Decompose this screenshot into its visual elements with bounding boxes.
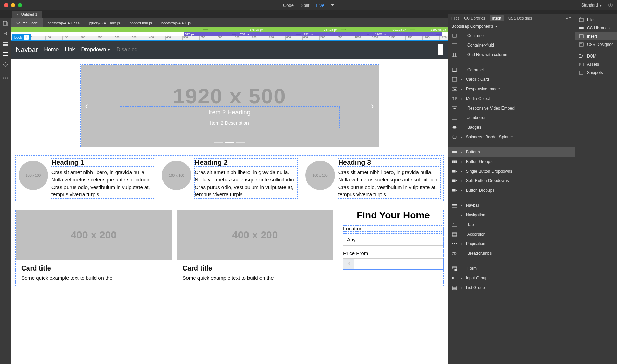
insert-item[interactable]: ▸Button Groups bbox=[448, 157, 575, 166]
source-tab[interactable]: jquery-3.4.1.min.js bbox=[84, 18, 125, 27]
insert-item-label: Input Groups bbox=[466, 276, 489, 280]
rail-icon bbox=[579, 17, 584, 22]
panel-tabs: Files CC Libraries Insert CSS Designer ›… bbox=[448, 14, 575, 22]
right-rail-insert[interactable]: Insert bbox=[575, 32, 617, 40]
component-icon bbox=[451, 178, 458, 184]
insert-item[interactable]: Form bbox=[448, 264, 575, 273]
close-window[interactable] bbox=[4, 3, 8, 7]
svg-point-53 bbox=[454, 243, 455, 244]
insert-item[interactable]: Carousel bbox=[448, 65, 575, 75]
panel-tabs-overflow-icon[interactable]: ›› ≡ bbox=[566, 16, 571, 20]
preview-media-item[interactable]: 100 x 100Heading 3Cras sit amet nibh lib… bbox=[304, 157, 442, 200]
insert-item[interactable]: Breadcrumbs bbox=[448, 249, 575, 258]
insert-item[interactable]: Container bbox=[448, 31, 575, 40]
insert-item[interactable]: Accordion bbox=[448, 229, 575, 239]
carousel-prev-icon[interactable]: ‹ bbox=[85, 101, 88, 111]
panel-tab-insert[interactable]: Insert bbox=[490, 15, 504, 21]
breakpoint-max[interactable]: ›››››575.98 px bbox=[202, 27, 265, 32]
navbar-brand[interactable]: Navbar bbox=[16, 46, 38, 54]
right-rail-files[interactable]: Files bbox=[575, 16, 617, 24]
element-insert-plus-icon[interactable]: + bbox=[24, 35, 29, 40]
insert-item[interactable]: ▸Responsive Image bbox=[448, 84, 575, 94]
price-from-input[interactable] bbox=[354, 258, 443, 269]
insert-item[interactable]: Tab bbox=[448, 220, 575, 229]
nav-link[interactable]: Link bbox=[65, 47, 75, 53]
breakpoint-max[interactable]: ›››››1199.98 px bbox=[408, 27, 448, 32]
location-input[interactable] bbox=[343, 234, 443, 246]
breakpoint-max[interactable]: ›››››767.98 px bbox=[265, 27, 339, 32]
view-code[interactable]: Code bbox=[283, 3, 294, 8]
more-tools-icon[interactable] bbox=[3, 75, 8, 81]
insert-item[interactable]: ▸Single Button Dropdowns bbox=[448, 166, 575, 176]
insert-item[interactable]: ▸Input Groups bbox=[448, 273, 575, 283]
document-tab[interactable]: × Untitled-1 bbox=[12, 11, 42, 18]
source-tab[interactable]: bootstrap-4.4.1.js bbox=[157, 18, 195, 27]
minimize-window[interactable] bbox=[11, 3, 15, 7]
panel-tab-files[interactable]: Files bbox=[451, 16, 459, 20]
live-view-options-icon[interactable] bbox=[3, 51, 8, 57]
main-area: Source Codebootstrap-4.4.1.cssjquery-3.4… bbox=[11, 18, 448, 364]
navbar-search-toggle[interactable] bbox=[438, 44, 443, 55]
insert-item[interactable]: ▸Spinners : Border Spinner bbox=[448, 132, 575, 142]
component-icon bbox=[451, 77, 458, 82]
insert-item[interactable]: Jumbotron bbox=[448, 113, 575, 123]
svg-rect-51 bbox=[452, 235, 457, 236]
nav-home[interactable]: Home bbox=[44, 47, 59, 53]
panel-tab-cssdesigner[interactable]: CSS Designer bbox=[508, 16, 532, 20]
insert-item[interactable]: ▸Navbar bbox=[448, 201, 575, 210]
workspace-label: Standard bbox=[581, 3, 598, 8]
carousel-next-icon[interactable]: › bbox=[371, 101, 374, 111]
insert-item[interactable]: Responsive Video Embed bbox=[448, 103, 575, 113]
insert-item[interactable]: ▸Pagination bbox=[448, 239, 575, 249]
insert-item[interactable]: ▸List Group bbox=[448, 283, 575, 292]
insert-item[interactable]: ▸Media Object bbox=[448, 94, 575, 103]
insert-category[interactable]: Bootstrap Components bbox=[448, 22, 575, 31]
workspace-selector[interactable]: Standard bbox=[581, 3, 602, 8]
svg-rect-59 bbox=[453, 277, 457, 279]
view-live-caret-icon[interactable] bbox=[331, 4, 334, 6]
source-tab[interactable]: popper.min.js bbox=[125, 18, 157, 27]
insert-item[interactable]: Badges bbox=[448, 123, 575, 132]
carousel-indicators[interactable] bbox=[214, 142, 245, 143]
svg-rect-30 bbox=[452, 116, 457, 120]
element-tag-body[interactable]: body + bbox=[12, 34, 31, 40]
preview-carousel[interactable]: ‹ › 1920 x 500 Item 2 Heading Item 2 Des… bbox=[81, 65, 379, 147]
dom-panel-icon[interactable] bbox=[3, 41, 8, 47]
insert-item[interactable]: ▸Button Dropups bbox=[448, 186, 575, 195]
file-open-icon[interactable] bbox=[3, 21, 8, 26]
insert-item[interactable]: ▸Cards : Card bbox=[448, 75, 575, 84]
svg-point-34 bbox=[453, 135, 456, 139]
carousel-caption-desc[interactable]: Item 2 Description bbox=[120, 118, 339, 128]
sync-settings-icon[interactable] bbox=[608, 3, 613, 8]
preview-media-item[interactable]: 100 x 100Heading 2Cras sit amet nibh lib… bbox=[160, 157, 298, 200]
svg-rect-40 bbox=[452, 180, 455, 182]
right-rail-assets[interactable]: Assets bbox=[575, 60, 617, 68]
right-rail-dom[interactable]: DOM bbox=[575, 52, 617, 60]
insert-item[interactable]: ▸Split Button Dropdowns bbox=[448, 176, 575, 186]
view-live[interactable]: Live bbox=[316, 3, 324, 8]
insert-item[interactable]: ▸Buttons bbox=[448, 147, 575, 157]
preview-media-item[interactable]: 100 x 100Heading 1Cras sit amet nibh lib… bbox=[17, 157, 155, 200]
insert-item-label: Container bbox=[467, 33, 485, 38]
panel-tab-cclibraries[interactable]: CC Libraries bbox=[464, 16, 485, 20]
right-rail-css-designer[interactable]: CSS Designer bbox=[575, 40, 617, 49]
nav-dropdown[interactable]: Dropdown bbox=[81, 47, 110, 53]
breakpoint-max[interactable]: ›››››991.98 px bbox=[339, 27, 408, 32]
carousel-caption-heading[interactable]: Item 2 Heading bbox=[120, 107, 339, 118]
file-manage-icon[interactable] bbox=[3, 31, 8, 36]
right-rail-snippets[interactable]: Snippets bbox=[575, 68, 617, 77]
source-tab[interactable]: Source Code bbox=[11, 18, 43, 27]
component-icon bbox=[451, 168, 458, 174]
insert-item[interactable]: Container-fluid bbox=[448, 40, 575, 50]
preview-card[interactable]: 400 x 200 Card title Some quick example … bbox=[177, 210, 333, 286]
insert-item[interactable]: Grid Row with column bbox=[448, 50, 575, 60]
source-tab[interactable]: bootstrap-4.4.1.css bbox=[43, 18, 84, 27]
crosshair-icon[interactable] bbox=[3, 62, 8, 67]
close-tab-icon[interactable]: × bbox=[16, 13, 19, 16]
media-text: Cras sit amet nibh libero, in gravida nu… bbox=[195, 168, 297, 198]
preview-card[interactable]: 400 x 200 Card title Some quick example … bbox=[16, 210, 172, 286]
view-split[interactable]: Split bbox=[301, 3, 309, 8]
zoom-window[interactable] bbox=[18, 3, 22, 7]
insert-item[interactable]: ▸Navigation bbox=[448, 210, 575, 220]
right-rail-cc-libraries[interactable]: CC Libraries bbox=[575, 24, 617, 32]
